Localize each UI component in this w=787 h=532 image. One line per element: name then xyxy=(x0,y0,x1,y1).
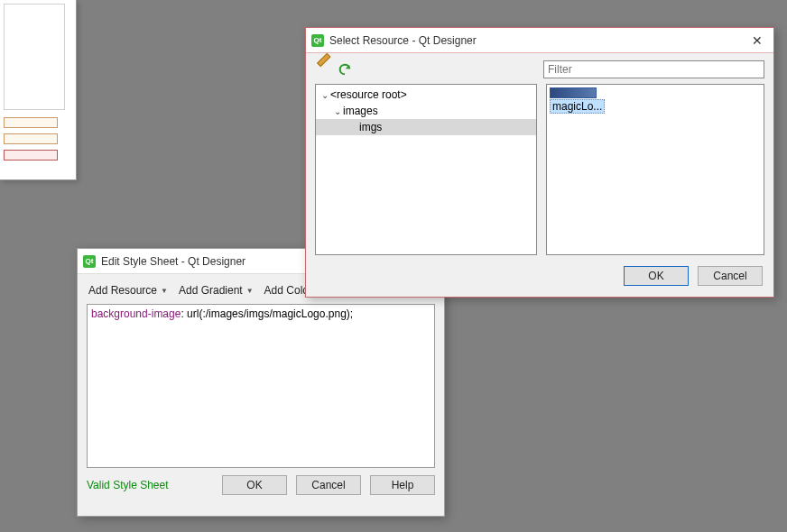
add-gradient-menu[interactable]: Add Gradient ▼ xyxy=(177,282,261,298)
tree-item-images[interactable]: ⌄ images xyxy=(316,103,536,119)
edit-icon[interactable] xyxy=(315,61,331,78)
widget-row xyxy=(4,133,58,144)
designer-canvas-partial xyxy=(0,0,77,180)
tree-root[interactable]: ⌄ <resource root> xyxy=(316,87,536,103)
add-resource-label: Add Resource xyxy=(88,284,157,297)
tree-label: <resource root> xyxy=(330,88,407,101)
add-color-menu[interactable]: Add Colo xyxy=(263,282,310,298)
qt-icon: Qt xyxy=(311,34,324,47)
reload-icon[interactable] xyxy=(337,61,353,78)
form-grid xyxy=(4,4,65,110)
qt-icon: Qt xyxy=(83,255,96,268)
tree-item-imgs[interactable]: imgs xyxy=(316,119,536,135)
filter-input[interactable] xyxy=(543,60,764,78)
css-value: : url(:/images/imgs/magicLogo.png); xyxy=(181,307,353,320)
add-resource-menu[interactable]: Add Resource ▼ xyxy=(87,282,175,298)
toolbar xyxy=(306,53,773,84)
thumbnail-image xyxy=(550,87,597,98)
chevron-down-icon: ⌄ xyxy=(319,90,330,100)
ok-button[interactable]: OK xyxy=(624,266,689,286)
add-color-label: Add Colo xyxy=(264,284,309,297)
cancel-button[interactable]: Cancel xyxy=(296,475,361,495)
widget-row xyxy=(4,117,58,128)
close-icon[interactable]: ✕ xyxy=(746,33,768,48)
tree-label: images xyxy=(343,105,378,117)
resource-thumbnail[interactable]: magicLo... xyxy=(550,87,605,113)
resource-tree[interactable]: ⌄ <resource root> ⌄ images imgs xyxy=(315,84,537,255)
thumbnail-pane[interactable]: magicLo... xyxy=(546,84,764,255)
css-property: background-image xyxy=(91,307,181,320)
titlebar[interactable]: Qt Select Resource - Qt Designer ✕ xyxy=(306,28,773,53)
chevron-down-icon: ⌄ xyxy=(332,106,343,116)
add-gradient-label: Add Gradient xyxy=(179,284,243,297)
tree-label: imgs xyxy=(359,121,382,133)
thumbnail-caption: magicLo... xyxy=(550,99,605,114)
help-button[interactable]: Help xyxy=(370,475,435,495)
chevron-down-icon: ▼ xyxy=(161,287,168,295)
cancel-button[interactable]: Cancel xyxy=(698,266,763,286)
select-resource-window: Qt Select Resource - Qt Designer ✕ ⌄ <re… xyxy=(305,27,774,298)
window-title: Select Resource - Qt Designer xyxy=(329,34,746,47)
dialog-footer: OK Cancel xyxy=(306,255,773,286)
validation-status: Valid Style Sheet xyxy=(87,479,213,491)
widget-row xyxy=(4,150,58,161)
chevron-down-icon: ▼ xyxy=(246,287,254,295)
footer: Valid Style Sheet OK Cancel Help xyxy=(78,468,444,495)
panes: ⌄ <resource root> ⌄ images imgs magicLo.… xyxy=(306,84,773,255)
stylesheet-editor[interactable]: background-image: url(:/images/imgs/magi… xyxy=(87,304,435,468)
ok-button[interactable]: OK xyxy=(222,475,287,495)
